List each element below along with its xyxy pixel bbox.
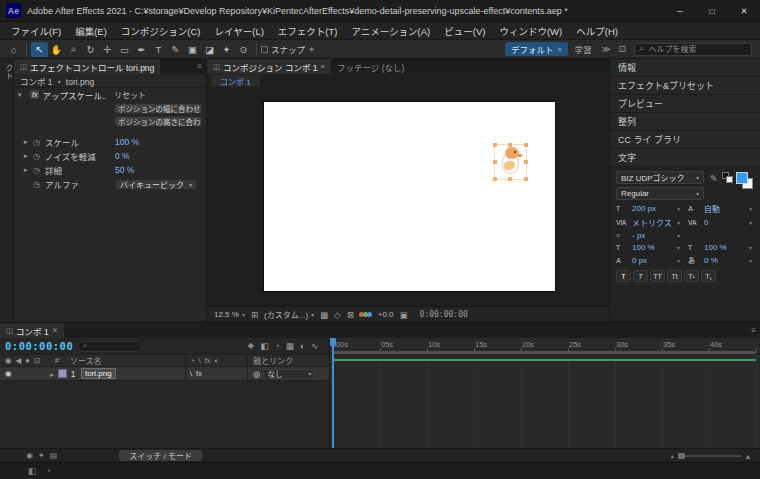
vertical-scale-control[interactable]: T 100 % ▾ — [616, 243, 680, 252]
param-value[interactable]: 50 % — [115, 165, 134, 175]
quality-icon[interactable]: \ — [199, 356, 201, 365]
channels-icon[interactable] — [360, 312, 372, 317]
motion-blur-icon[interactable]: ◐ — [214, 356, 219, 365]
mask-visibility-icon[interactable]: ◇ — [334, 310, 341, 320]
roto-brush-tool-icon[interactable]: ✦ — [218, 42, 235, 57]
zoom-out-mountain-icon[interactable]: ▴ — [671, 452, 674, 459]
snapshot-camera-icon[interactable]: ▣ — [400, 310, 408, 320]
fit-to-comp-width-button[interactable]: ポジションの幅に合わせ — [114, 103, 202, 114]
source-name-header[interactable]: ソース名 — [68, 355, 185, 366]
layer-label-color[interactable] — [58, 369, 67, 378]
fit-to-comp-height-button[interactable]: ポジションの高さに合わ — [114, 116, 202, 127]
menu-effect[interactable]: エフェクト(T) — [271, 24, 345, 38]
layer-twirl[interactable]: ▸ — [46, 369, 58, 379]
param-value[interactable]: 100 % — [115, 137, 139, 147]
resolution-dropdown[interactable]: (カスタム...) ▾ — [264, 309, 314, 320]
transfer-controls-toggle-icon[interactable]: ▤ — [50, 451, 58, 460]
menu-edit[interactable]: 編集(E) — [68, 24, 114, 38]
reset-button[interactable]: リセット — [114, 89, 146, 100]
font-size-control[interactable]: T 200 px ▾ — [616, 203, 680, 214]
fill-color-front[interactable] — [736, 172, 748, 184]
panel-header-character[interactable]: 文字 — [610, 149, 760, 167]
clone-stamp-tool-icon[interactable]: ▣ — [184, 42, 201, 57]
faux-italic-button[interactable]: T — [633, 270, 648, 282]
kerning-control[interactable]: V/A メトリクス ▾ — [616, 217, 680, 228]
current-time-field[interactable]: 0:00:00:00 — [5, 340, 73, 352]
fx-icon[interactable]: fx — [196, 369, 202, 378]
customize-workspace-icon[interactable]: ⊡ — [613, 44, 631, 54]
timeline-zoom-slider[interactable]: ▴ ▴ — [671, 451, 750, 461]
tracking-value[interactable]: 0 — [704, 218, 746, 227]
font-family-dropdown[interactable]: BIZ UDPゴシック ▾ — [616, 171, 704, 184]
exposure-value[interactable]: +0.0 — [378, 310, 394, 319]
pan-behind-tool-icon[interactable]: ✛ — [99, 42, 116, 57]
tab-composition[interactable]: ◫ コンポジション コンポ 1 ≡ — [207, 59, 331, 74]
layer-duration-bar[interactable] — [333, 359, 756, 361]
work-area-bar[interactable] — [333, 351, 756, 354]
draft-3d-icon[interactable]: ◧ — [261, 341, 269, 351]
shy-icon[interactable]: ◔ — [190, 356, 195, 365]
panel-menu-icon[interactable]: ≡ — [747, 326, 760, 335]
motion-blur-icon[interactable]: ◐ — [300, 341, 305, 351]
pen-tool-icon[interactable]: ✒ — [133, 42, 150, 57]
switches-modes-button[interactable]: スイッチ / モード — [119, 450, 202, 461]
selection-tool-icon[interactable]: ↖ — [31, 42, 48, 57]
default-fill-stroke-icon[interactable] — [722, 172, 733, 183]
workspace-menu-icon[interactable]: ≡ — [557, 46, 561, 53]
parent-dropdown[interactable]: なし ▾ — [263, 369, 315, 379]
stroke-width-control[interactable]: ≡ - px ▾ — [616, 231, 680, 240]
horizontal-scale-control[interactable]: T 100 % ▾ — [688, 243, 752, 252]
menu-view[interactable]: ビュー(V) — [437, 24, 492, 38]
lock-icon[interactable]: ⊡ — [34, 356, 40, 365]
horizontal-scale-value[interactable]: 100 % — [704, 243, 746, 252]
eye-icon[interactable]: ◉ — [5, 369, 12, 378]
menu-file[interactable]: ファイル(F) — [4, 24, 68, 38]
bird-image-layer[interactable] — [495, 145, 526, 179]
leading-value[interactable]: 自動 — [704, 203, 746, 214]
menu-animation[interactable]: アニメーション(A) — [344, 24, 437, 38]
panel-header-preview[interactable]: プレビュー — [610, 95, 760, 113]
twirl-icon[interactable]: ▸ — [24, 138, 33, 146]
close-button[interactable]: ✕ — [728, 0, 760, 21]
region-of-interest-icon[interactable]: ⊠ — [347, 310, 354, 320]
menu-window[interactable]: ウィンドウ(W) — [492, 24, 569, 38]
panel-menu-icon[interactable]: ≡ — [193, 62, 206, 71]
snap-options-icon[interactable]: ⌖ — [309, 44, 314, 55]
zoom-slider-track[interactable] — [678, 455, 742, 457]
twirl-icon[interactable]: ▸ — [24, 152, 33, 160]
font-style-dropdown[interactable]: Regular ▾ — [616, 187, 704, 200]
eyedropper-icon[interactable]: ✐ — [708, 174, 718, 182]
composition-canvas[interactable] — [264, 102, 555, 291]
home-tool-icon[interactable]: ⌂ — [5, 42, 22, 57]
brush-tool-icon[interactable]: ✎ — [167, 42, 184, 57]
selection-handle[interactable] — [508, 143, 512, 147]
current-time-indicator-head[interactable] — [330, 338, 336, 347]
menu-help[interactable]: ヘルプ(H) — [569, 24, 625, 38]
safe-margins-icon[interactable]: ⊞ — [251, 310, 258, 320]
help-search-input[interactable] — [646, 44, 747, 55]
selection-handle[interactable] — [493, 143, 497, 147]
puppet-pin-tool-icon[interactable]: ⊙ — [235, 42, 252, 57]
eraser-tool-icon[interactable]: ◪ — [201, 42, 218, 57]
workspace-tab-learn[interactable]: 学習 — [568, 43, 599, 55]
workspace-tab-default[interactable]: デフォルト ≡ — [505, 42, 568, 56]
zoom-slider-thumb[interactable] — [678, 453, 685, 459]
av-features-toggle-icon[interactable]: ◉ — [26, 451, 33, 460]
tsume-value[interactable]: 0 % — [704, 256, 746, 265]
composition-flowchart-icon[interactable]: ❖ — [247, 341, 255, 351]
current-time-indicator[interactable] — [332, 338, 334, 448]
composition-viewer[interactable] — [207, 87, 609, 306]
hand-tool-icon[interactable]: ✋ — [48, 42, 65, 57]
solo-icon[interactable]: ● — [25, 356, 30, 365]
timeline-graph-area[interactable]: :00s 05s 10s 15s 20s 25s 30s 35s 40s — [330, 338, 760, 448]
frame-blend-icon[interactable]: ▦ — [286, 341, 294, 351]
leading-control[interactable]: A 自動 ▾ — [688, 203, 752, 214]
fill-color-swatch[interactable] — [736, 172, 753, 189]
quality-icon[interactable]: \ — [190, 369, 192, 378]
layer-row-tori[interactable]: ◉ ▸ 1 tori.png \ fx ◎ なし — [0, 367, 329, 381]
tracking-control[interactable]: VA 0 ▾ — [688, 217, 752, 228]
viewer-tab-comp1[interactable]: コンポ 1 — [211, 75, 260, 87]
shy-layers-icon[interactable]: ◔ — [275, 341, 280, 351]
selection-handle[interactable] — [493, 160, 497, 164]
stopwatch-icon[interactable]: ◷ — [33, 138, 45, 147]
